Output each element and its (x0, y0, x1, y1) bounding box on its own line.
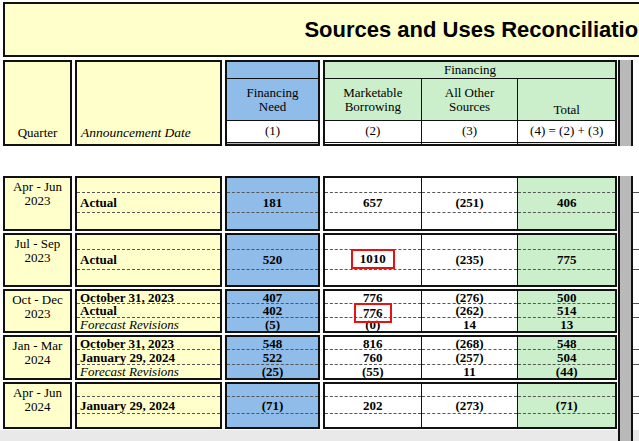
value-cell: (55) (325, 365, 421, 378)
all-other-sources-cell: (268) (257) 11 (422, 337, 519, 378)
green-sliver (518, 143, 615, 144)
total-label: Total (518, 79, 615, 120)
financing-need-cell: (71) (225, 382, 320, 429)
value-cell: (25) (227, 365, 318, 378)
financing-values: 776 776 (0) (276) (262) 14 500 514 13 (323, 289, 617, 333)
value-cell: (71) (227, 397, 318, 414)
value-cell: (5) (227, 318, 318, 331)
row-label: Actual (77, 304, 220, 318)
value-cell: 657 (325, 193, 421, 213)
row-label: Actual (77, 193, 220, 213)
financing-values: 816 760 (55) (268) (257) 11 548 504 (44) (323, 335, 617, 380)
quarter-header-cell: Quarter (3, 60, 72, 146)
partial-column (633, 176, 639, 429)
row-label: Forecast Revisions (77, 365, 220, 378)
quarter-cell: Jul - Sep 2023 (3, 233, 72, 287)
blank-cell (77, 178, 220, 193)
table-row-group: Jan - Mar 2024 October 31, 2023 January … (3, 335, 616, 380)
financing-values: 657 (251) 406 (323, 176, 617, 231)
blank-cell (77, 235, 220, 250)
value-cell: (273) (422, 397, 518, 414)
value-cell: 11 (422, 365, 518, 378)
value-cell: 181 (227, 193, 318, 213)
total-cell: 775 (518, 235, 615, 285)
financing-need-cell: 520 (225, 233, 320, 287)
value-cell: 776 (325, 304, 421, 318)
table-row-group: Apr - Jun 2023 Actual 181 657 (3, 176, 616, 231)
value-cell: (235) (422, 250, 518, 270)
announcement-date-cell: October 31, 2023 Actual Forecast Revisio… (75, 289, 222, 333)
blank-cell (77, 213, 220, 229)
total-header-cell: Total (4) = (2) + (3) (518, 79, 615, 144)
value-cell: (262) (422, 304, 518, 318)
quarter-cell: Apr - Jun 2024 (3, 382, 72, 429)
title-banner: Sources and Uses Reconciliation (3, 2, 639, 57)
announcement-date-cell: January 29, 2024 (75, 382, 222, 429)
page-title: Sources and Uses Reconciliation (304, 17, 639, 43)
financing-values: 1010 (235) 775 (323, 233, 617, 287)
column-number-1: (1) (227, 120, 318, 143)
total-cell: 406 (518, 178, 615, 229)
announcement-date-cell: Actual (75, 233, 222, 287)
value-cell: (257) (422, 350, 518, 365)
marketable-borrowing-cell: 816 760 (55) (325, 337, 422, 378)
financing-merged-label: Financing (325, 62, 615, 79)
value-cell: 14 (422, 318, 518, 331)
page-margin (0, 430, 639, 441)
table-row-group: Oct - Dec 2023 October 31, 2023 Actual F… (3, 289, 616, 333)
all-other-sources-cell: (235) (422, 235, 519, 285)
white-sliver (422, 143, 518, 144)
row-label: January 29, 2024 (77, 397, 220, 414)
all-other-sources-header-cell: All Other Sources (3) (422, 79, 519, 144)
value-cell: (44) (518, 365, 615, 378)
column-number-2: (2) (325, 120, 421, 143)
blank-cell (77, 384, 220, 397)
row-label: Forecast Revisions (77, 318, 220, 331)
marketable-borrowing-label: Marketable Borrowing (325, 79, 421, 120)
value-cell: 514 (518, 304, 615, 318)
quarter-cell: Apr - Jun 2023 (3, 176, 72, 231)
value-cell: 760 (325, 350, 421, 365)
financing-need-cell: 181 (225, 176, 320, 231)
value-cell: 520 (227, 250, 318, 270)
announcement-date-cell: October 31, 2023 January 29, 2024 Foreca… (75, 335, 222, 380)
value-cell: (268) (422, 337, 518, 350)
value-cell: 816 (325, 337, 421, 350)
value-cell: 1010 (325, 250, 421, 270)
column-number-3: (3) (422, 120, 518, 143)
value-cell: 504 (518, 350, 615, 365)
value-cell: 402 (227, 304, 318, 318)
blue-sliver (227, 143, 318, 144)
value-cell: (251) (422, 193, 518, 213)
quarter-header-label: Quarter (18, 125, 58, 141)
value-cell: 522 (227, 350, 318, 365)
row-label: October 31, 2023 (77, 337, 220, 350)
announcement-date-cell: Actual (75, 176, 222, 231)
partial-column (633, 60, 639, 146)
all-other-sources-cell: (251) (422, 178, 519, 229)
value-cell: 13 (518, 318, 615, 331)
value-cell: 548 (518, 337, 615, 350)
total-cell: 548 504 (44) (518, 337, 615, 378)
table-row-group: Apr - Jun 2024 January 29, 2024 (71) 202 (3, 382, 616, 429)
total-cell: 500 514 13 (518, 291, 615, 331)
value-cell: 548 (227, 337, 318, 350)
financing-values: 202 (273) (71) (323, 382, 617, 429)
value-cell: (71) (518, 397, 615, 414)
financing-need-label: Financing Need (227, 79, 318, 120)
quarter-cell: Jan - Mar 2024 (3, 335, 72, 380)
table-header: Quarter Announcement Date Financing Need… (3, 60, 616, 146)
marketable-borrowing-cell: 657 (325, 178, 422, 229)
gray-separator-column (618, 60, 633, 146)
financing-need-cell: 548 522 (25) (225, 335, 320, 380)
value-cell: 202 (325, 397, 421, 414)
marketable-borrowing-cell: 1010 (325, 235, 422, 285)
marketable-borrowing-header-cell: Marketable Borrowing (2) (325, 79, 422, 144)
white-sliver (325, 143, 421, 144)
gray-separator-column (618, 176, 633, 441)
spreadsheet-page: Sources and Uses Reconciliation Quarter … (0, 0, 639, 441)
blank-header-cell (227, 62, 318, 79)
all-other-sources-label: All Other Sources (422, 79, 518, 120)
total-cell: (71) (518, 384, 615, 427)
blank-cell (77, 270, 220, 285)
